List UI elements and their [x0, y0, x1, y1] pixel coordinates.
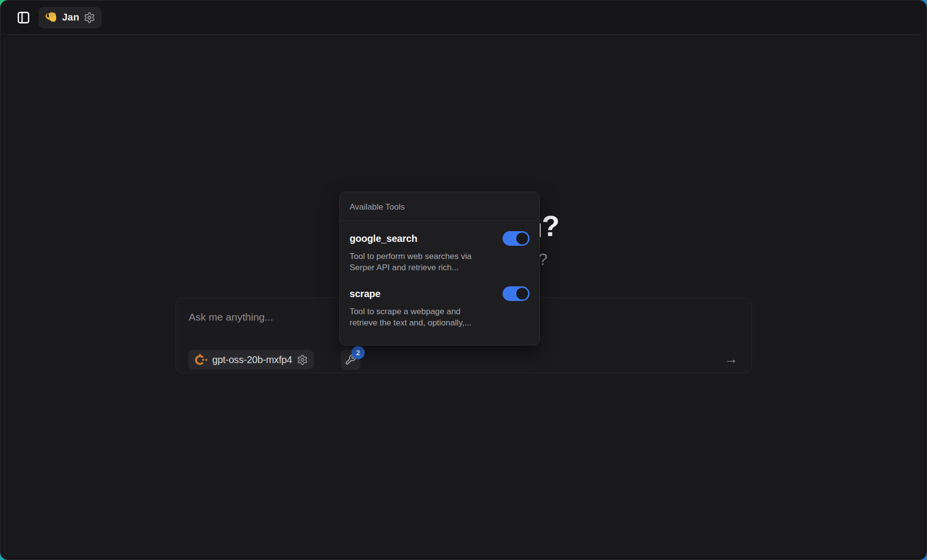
model-settings-gear-icon[interactable]	[297, 354, 308, 366]
model-selector[interactable]: gpt-oss-20b-mxfp4	[188, 350, 314, 369]
title-bar: Jan	[0, 0, 927, 35]
model-name-label: gpt-oss-20b-mxfp4	[212, 354, 292, 366]
send-button[interactable]: →	[720, 348, 742, 370]
app-home-button[interactable]: Jan	[39, 7, 102, 28]
sidebar-toggle-button[interactable]	[14, 8, 33, 27]
available-tools-popover: Available Tools google_search Tool to pe…	[339, 192, 540, 345]
tool-name: google_search	[350, 233, 418, 244]
tool-description: Tool to scrape a webpage and retrieve th…	[350, 306, 530, 328]
llama-cpp-provider-icon	[194, 353, 207, 366]
hero-heading-fragment: ?	[542, 212, 560, 241]
scrape-toggle[interactable]	[503, 286, 530, 301]
tools-count-badge: 2	[352, 346, 365, 359]
popover-title: Available Tools	[340, 192, 539, 221]
tool-item-scrape: scrape Tool to scrape a webpage and retr…	[350, 286, 530, 328]
tool-item-google-search: google_search Tool to perform web search…	[350, 231, 530, 273]
tool-name: scrape	[350, 288, 380, 300]
tool-description: Tool to perform web searches via Serper …	[350, 251, 530, 273]
arrow-right-icon: →	[724, 351, 738, 367]
app-window: Jan ? ? Ask me anything...	[0, 0, 927, 560]
waving-hand-icon	[45, 11, 58, 24]
google-search-toggle[interactable]	[503, 231, 530, 246]
app-settings-gear-icon[interactable]	[84, 12, 95, 23]
popover-body: google_search Tool to perform web search…	[340, 221, 539, 339]
panel-left-icon	[17, 11, 30, 24]
toggle-knob	[516, 288, 528, 300]
chat-input-placeholder[interactable]: Ask me anything...	[189, 311, 273, 323]
app-name: Jan	[62, 12, 79, 23]
toggle-knob	[516, 233, 528, 244]
